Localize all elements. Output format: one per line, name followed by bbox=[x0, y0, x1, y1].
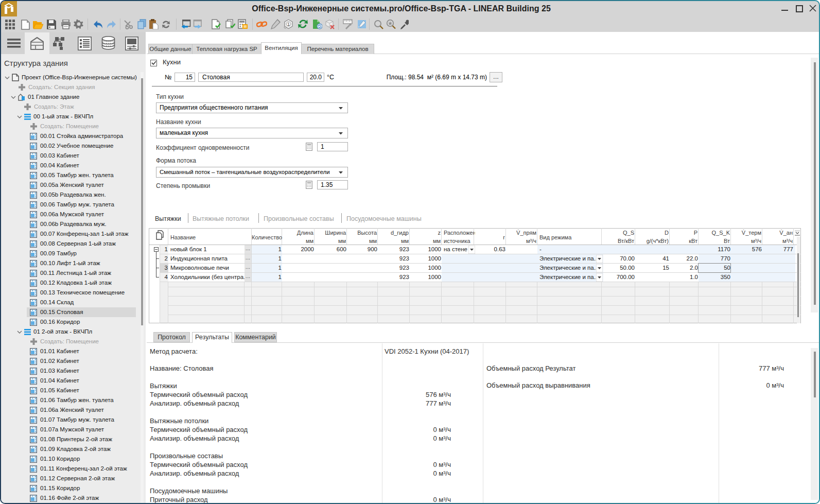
svg-text:1: 1 bbox=[287, 22, 290, 27]
